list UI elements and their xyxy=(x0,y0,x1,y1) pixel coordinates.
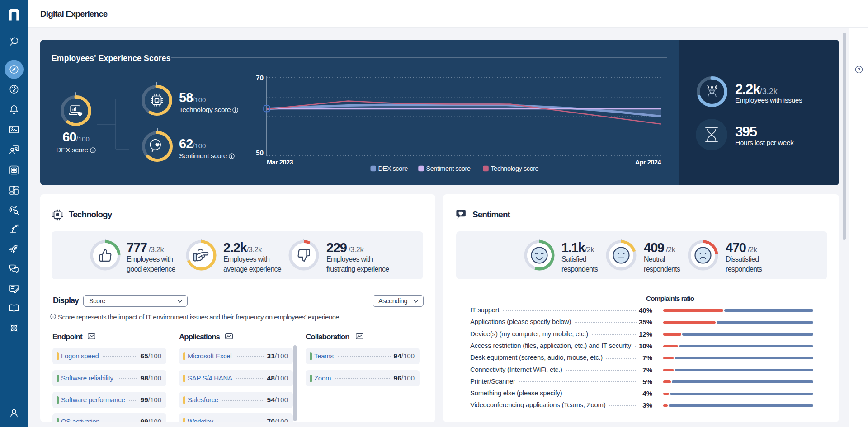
svg-text:50: 50 xyxy=(256,149,264,156)
svg-text:Sentiment score: Sentiment score xyxy=(426,165,471,172)
svg-text:70: 70 xyxy=(256,74,264,81)
svg-text:Mar 2023: Mar 2023 xyxy=(267,159,293,166)
svg-text:DEX score: DEX score xyxy=(378,165,408,172)
svg-text:Apr 2024: Apr 2024 xyxy=(635,159,661,166)
svg-text:?: ? xyxy=(858,67,861,72)
svg-text:Technology score: Technology score xyxy=(491,165,539,172)
